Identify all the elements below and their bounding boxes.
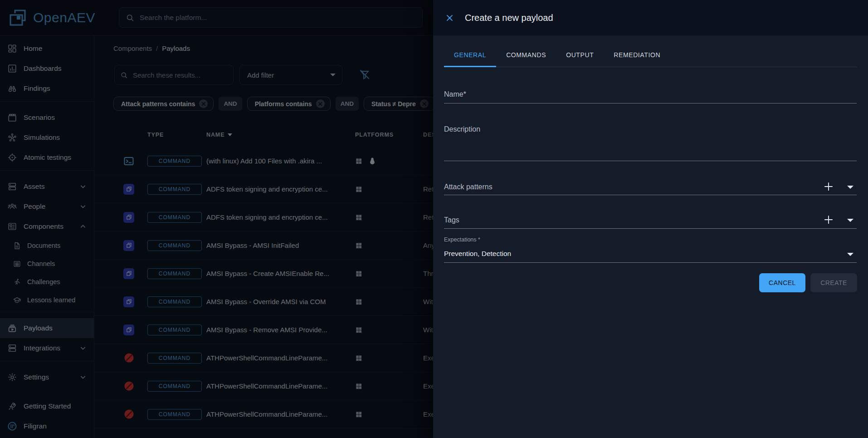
tab-remediation[interactable]: REMEDIATION — [604, 43, 670, 67]
attack-patterns-field-underline[interactable] — [444, 195, 857, 195]
tab-general[interactable]: GENERAL — [444, 43, 496, 67]
close-icon[interactable] — [442, 10, 457, 25]
add-tag-icon[interactable] — [823, 214, 834, 226]
drawer-header: Create a new payload — [433, 0, 868, 35]
description-field-label: Description — [444, 125, 480, 133]
expectations-field-label: Expectations * — [444, 236, 480, 243]
create-button[interactable]: CREATE — [810, 273, 857, 292]
attack-patterns-dropdown-caret-icon[interactable] — [847, 186, 853, 189]
tags-field-underline[interactable] — [444, 228, 857, 229]
add-attack-pattern-icon[interactable] — [823, 181, 834, 192]
name-field-underline[interactable] — [444, 103, 857, 103]
tags-dropdown-caret-icon[interactable] — [847, 219, 853, 222]
drawer-tabs: GENERAL COMMANDS OUTPUT REMEDIATION — [444, 43, 857, 67]
expectations-dropdown-caret-icon[interactable] — [847, 253, 853, 256]
tags-field-label: Tags — [444, 216, 459, 224]
drawer-title: Create a new payload — [465, 13, 553, 23]
expectations-field-value[interactable]: Prevention, Detection — [444, 250, 511, 258]
cancel-button[interactable]: CANCEL — [759, 273, 805, 292]
expectations-field-underline[interactable] — [444, 262, 857, 263]
tab-commands[interactable]: COMMANDS — [496, 43, 556, 67]
name-field-label: Name* — [444, 90, 466, 98]
tab-output[interactable]: OUTPUT — [556, 43, 604, 67]
create-payload-drawer: Create a new payload GENERAL COMMANDS OU… — [433, 0, 868, 438]
openaev-app: OpenAEV Home Dashboards Findings Scenari… — [0, 0, 868, 438]
attack-patterns-field-label: Attack patterns — [444, 183, 493, 191]
description-field-underline[interactable] — [444, 161, 857, 161]
